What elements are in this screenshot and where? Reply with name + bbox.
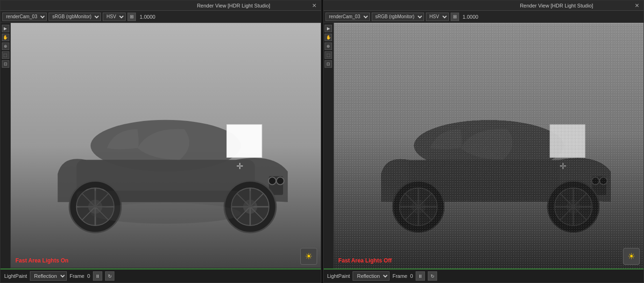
left-status-label: Fast Area Lights On bbox=[15, 257, 69, 264]
right-content-area: ▶ ✋ ⊕ ⬚ ⊡ bbox=[324, 23, 644, 269]
left-viewport[interactable]: ✛ Fast Area Lights On ☀ bbox=[11, 23, 321, 269]
right-pause-button[interactable]: ⏸ bbox=[416, 271, 425, 281]
left-top-toolbar: renderCam_03 sRGB (rgbMonitor) HSV ⊞ 1.0… bbox=[0, 11, 321, 23]
left-pause-button[interactable]: ⏸ bbox=[93, 271, 102, 281]
left-sun-button[interactable]: ☀ bbox=[300, 248, 317, 265]
right-tool-hand[interactable]: ✋ bbox=[325, 34, 332, 41]
right-colormode-select[interactable]: HSV bbox=[426, 13, 449, 21]
left-tool-hand[interactable]: ✋ bbox=[2, 34, 9, 41]
right-top-toolbar: renderCam_03 sRGB (rgbMonitor) HSV ⊞ 1.0… bbox=[324, 11, 644, 23]
left-side-toolbar: ▶ ✋ ⊕ ⬚ ⊡ bbox=[0, 23, 11, 269]
left-exposure-value: 1.0000 bbox=[138, 14, 157, 20]
left-refresh-button[interactable]: ↻ bbox=[105, 271, 114, 281]
left-light-box bbox=[226, 125, 262, 157]
right-tool-arrow[interactable]: ▶ bbox=[325, 25, 332, 32]
svg-point-5 bbox=[269, 177, 276, 184]
left-colormode-select[interactable]: HSV bbox=[103, 13, 126, 21]
left-tool-region[interactable]: ⬚ bbox=[2, 51, 9, 59]
right-bottom-bar: LightPaint Reflection Frame 0 ⏸ ↻ bbox=[324, 269, 644, 283]
left-bottom-bar: LightPaint Reflection Frame 0 ⏸ ↻ bbox=[0, 269, 321, 283]
left-camera-select[interactable]: renderCam_03 bbox=[2, 13, 47, 21]
right-frame-value: 0 bbox=[410, 273, 413, 279]
right-tool-extra[interactable]: ⊡ bbox=[325, 60, 332, 68]
left-tool-arrow[interactable]: ▶ bbox=[2, 25, 9, 32]
left-car-render: ✛ bbox=[11, 23, 321, 269]
right-refresh-button[interactable]: ↻ bbox=[428, 271, 437, 281]
left-crosshair: ✛ bbox=[236, 162, 243, 171]
right-camera-select[interactable]: renderCam_03 bbox=[326, 13, 370, 21]
left-mode-dropdown[interactable]: Reflection bbox=[30, 271, 67, 281]
right-car-render: ✛ bbox=[334, 23, 644, 269]
left-titlebar: Render View [HDR Light Studio] ✕ bbox=[0, 0, 321, 11]
left-tool-extra[interactable]: ⊡ bbox=[2, 60, 9, 68]
right-titlebar: Render View [HDR Light Studio] ✕ bbox=[324, 0, 644, 11]
left-camera-icon[interactable]: ⊞ bbox=[127, 13, 136, 21]
svg-point-22 bbox=[91, 203, 241, 224]
svg-point-6 bbox=[276, 177, 284, 184]
left-panel-title: Render View [HDR Light Studio] bbox=[157, 3, 311, 8]
right-viewport[interactable]: ✛ Fast Area Lights Off ☀ bbox=[334, 23, 644, 269]
left-content-area: ▶ ✋ ⊕ ⬚ ⊡ bbox=[0, 23, 321, 269]
right-mode-label: LightPaint bbox=[327, 273, 350, 279]
right-exposure-value: 1.0000 bbox=[461, 14, 481, 20]
right-close-button[interactable]: ✕ bbox=[633, 2, 641, 9]
right-sun-button[interactable]: ☀ bbox=[623, 248, 640, 265]
right-side-toolbar: ▶ ✋ ⊕ ⬚ ⊡ bbox=[324, 23, 334, 269]
right-colorspace-select[interactable]: sRGB (rgbMonitor) bbox=[372, 13, 424, 21]
right-tool-region[interactable]: ⬚ bbox=[325, 51, 332, 59]
left-close-button[interactable]: ✕ bbox=[311, 2, 318, 9]
left-frame-label: Frame bbox=[70, 273, 85, 279]
left-mode-label: LightPaint bbox=[4, 273, 27, 279]
right-tool-zoom[interactable]: ⊕ bbox=[325, 42, 332, 50]
right-mode-dropdown[interactable]: Reflection bbox=[353, 271, 389, 281]
left-render-panel: Render View [HDR Light Studio] ✕ renderC… bbox=[0, 0, 321, 283]
left-frame-value: 0 bbox=[87, 273, 90, 279]
right-frame-label: Frame bbox=[392, 273, 407, 279]
right-status-label: Fast Area Lights Off bbox=[339, 257, 392, 264]
left-tool-zoom[interactable]: ⊕ bbox=[2, 42, 9, 50]
right-camera-icon[interactable]: ⊞ bbox=[451, 13, 459, 21]
right-panel-title: Render View [HDR Light Studio] bbox=[480, 3, 633, 8]
left-colorspace-select[interactable]: sRGB (rgbMonitor) bbox=[49, 13, 101, 21]
right-render-panel: Render View [HDR Light Studio] ✕ renderC… bbox=[323, 0, 644, 283]
svg-rect-45 bbox=[334, 24, 644, 268]
